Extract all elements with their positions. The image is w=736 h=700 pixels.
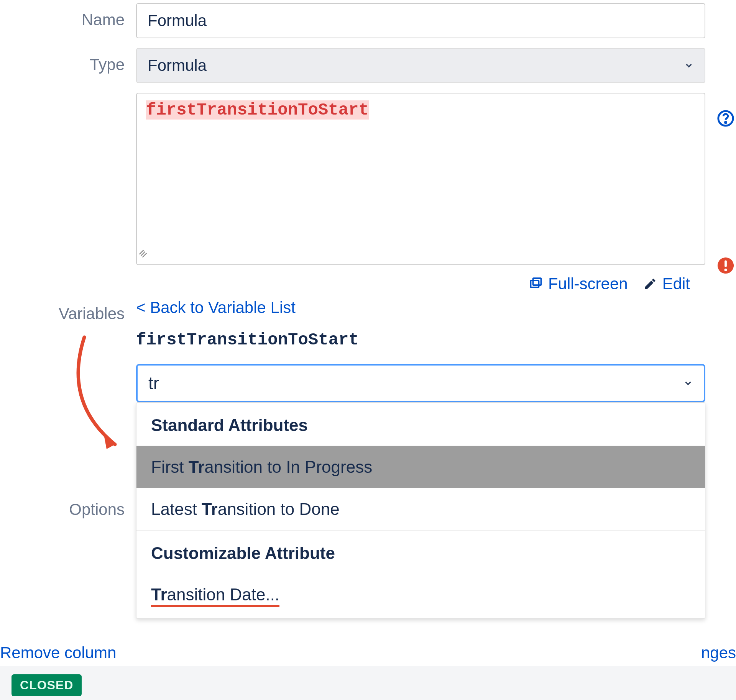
edit-link[interactable]: Edit — [643, 275, 690, 293]
svg-point-4 — [724, 269, 727, 271]
variable-search-input[interactable]: tr — [136, 364, 705, 402]
pencil-icon — [643, 277, 657, 291]
svg-rect-5 — [531, 280, 539, 287]
variables-label: Variables — [0, 297, 136, 323]
formula-token: firstTransitionToStart — [146, 100, 369, 120]
dropdown-item-first-transition[interactable]: First Transition to In Progress — [136, 446, 705, 488]
type-value: Formula — [148, 56, 207, 75]
chevron-down-icon — [684, 61, 694, 70]
dropdown-item-transition-date[interactable]: Transition Date... — [136, 574, 705, 618]
fullscreen-icon — [529, 277, 543, 291]
error-icon[interactable] — [717, 257, 734, 274]
back-to-variable-list-link[interactable]: < Back to Variable List — [136, 298, 296, 317]
svg-rect-6 — [533, 278, 541, 285]
dropdown-section-customizable: Customizable Attribute — [136, 531, 705, 574]
options-label: Options — [0, 500, 136, 519]
variable-dropdown: Standard Attributes First Transition to … — [136, 402, 705, 619]
type-select[interactable]: Formula — [136, 48, 705, 83]
footer-bar — [0, 666, 736, 700]
search-value: tr — [148, 373, 159, 393]
svg-rect-3 — [724, 261, 727, 267]
status-badge-closed: CLOSED — [12, 674, 82, 696]
help-icon[interactable] — [717, 110, 734, 127]
resize-handle-icon[interactable]: ≡ — [136, 247, 151, 262]
changes-link-fragment[interactable]: nges — [701, 644, 736, 662]
dropdown-item-latest-transition[interactable]: Latest Transition to Done — [136, 488, 705, 531]
name-label: Name — [0, 3, 136, 29]
fullscreen-link[interactable]: Full-screen — [529, 275, 628, 293]
name-input[interactable] — [136, 3, 705, 38]
svg-point-1 — [725, 122, 726, 123]
type-label: Type — [0, 48, 136, 74]
chevron-down-icon — [683, 378, 693, 388]
remove-column-link[interactable]: Remove column — [0, 644, 116, 662]
dropdown-section-standard: Standard Attributes — [136, 403, 705, 446]
formula-editor[interactable]: firstTransitionToStart ≡ — [136, 93, 705, 265]
variable-name: firstTransitionToStart — [136, 330, 721, 349]
